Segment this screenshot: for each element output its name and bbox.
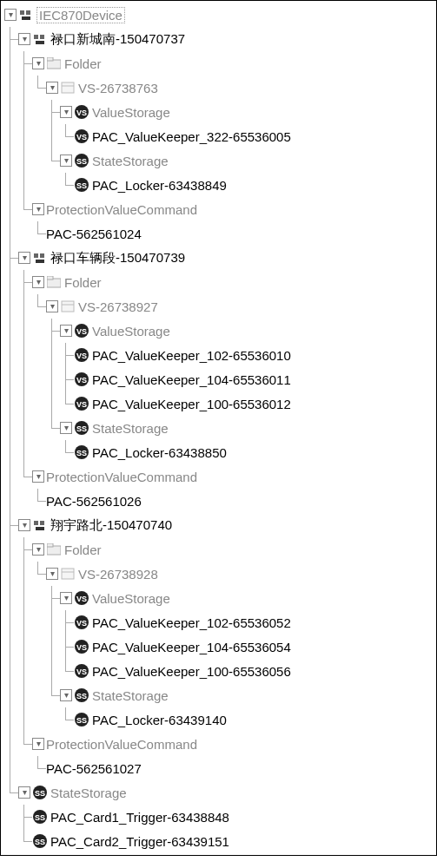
vs-node[interactable]: ▾VS-26738927 [4,294,433,319]
node-label[interactable]: ValueStorage [92,591,170,606]
node-label[interactable]: PAC_Card2_Trigger-63439151 [50,834,229,849]
vs-node[interactable]: ▾VS-26738763 [4,76,433,100]
node-label[interactable]: StateStorage [50,786,127,800]
node-label[interactable]: ProtectionValueCommand [46,737,197,752]
toggle-collapse[interactable]: ▾ [60,422,72,434]
station-node[interactable]: ▾禄口车辆段-150470739 [4,246,433,270]
node-label[interactable]: PAC_ValueKeeper_100-65536012 [92,397,291,411]
toggle-collapse[interactable]: ▾ [32,738,44,750]
state-storage-node[interactable]: ▾SSStateStorage [4,416,433,440]
toggle-collapse[interactable]: ▾ [46,568,58,580]
state-storage-node[interactable]: ▾SSStateStorage [4,683,433,707]
node-label[interactable]: Folder [64,56,102,71]
toggle-collapse[interactable]: ▾ [60,155,72,167]
locker-node[interactable]: SSPAC_Locker-63439140 [4,707,433,732]
root-device[interactable]: ▾IEC870Device [4,3,433,27]
node-label[interactable]: VS-26738927 [78,299,158,314]
ss-icon: SS [74,687,89,703]
svg-text:VS: VS [76,108,87,117]
node-label[interactable]: 禄口车辆段-150470739 [50,250,185,266]
toggle-collapse[interactable]: ▾ [18,786,30,799]
ss-icon: SS [74,153,89,168]
root-state-storage[interactable]: ▾SSStateStorage [4,780,433,805]
vs-icon: VS [74,104,89,120]
node-label[interactable]: PAC_Locker-63438849 [92,178,227,193]
pvc-node[interactable]: ▾ProtectionValueCommand [4,197,433,221]
toggle-collapse[interactable]: ▾ [32,543,44,556]
node-label[interactable]: 禄口新城南-150470737 [50,31,185,48]
node-label[interactable]: VS-26738763 [78,81,158,95]
vs-node[interactable]: ▾VS-26738928 [4,562,433,586]
pvc-node[interactable]: ▾ProtectionValueCommand [4,464,433,489]
node-label[interactable]: PAC-562561024 [46,227,142,241]
toggle-collapse[interactable]: ▾ [60,325,72,337]
pvc-node[interactable]: ▾ProtectionValueCommand [4,732,433,756]
toggle-collapse[interactable]: ▾ [46,300,58,312]
toggle-collapse[interactable]: ▾ [32,203,44,215]
svg-rect-20 [36,260,44,263]
node-label[interactable]: PAC_ValueKeeper_104-65536054 [92,640,291,654]
node-label[interactable]: PAC_ValueKeeper_104-65536011 [92,372,291,387]
svg-text:SS: SS [35,838,45,846]
locker-node[interactable]: SSPAC_Locker-63438849 [4,173,433,197]
station-node[interactable]: ▾禄口新城南-150470737 [4,27,433,51]
folder-node[interactable]: ▾Folder [4,537,433,562]
station-node[interactable]: ▾翔宇路北-150470740 [4,513,433,537]
value-keeper-node[interactable]: VSPAC_ValueKeeper_102-65536052 [4,610,433,635]
toggle-collapse[interactable]: ▾ [32,276,44,288]
folder-node[interactable]: ▾Folder [4,270,433,294]
node-label[interactable]: PAC_Locker-63438850 [92,445,227,460]
value-keeper-node[interactable]: VSPAC_ValueKeeper_102-65536010 [4,343,433,367]
toggle-collapse[interactable]: ▾ [60,689,72,701]
toggle-collapse[interactable]: ▾ [18,519,30,531]
value-storage-node[interactable]: ▾VSValueStorage [4,100,433,124]
toggle-collapse[interactable]: ▾ [18,252,30,264]
locker-node[interactable]: SSPAC_Locker-63438850 [4,440,433,464]
value-storage-node[interactable]: ▾VSValueStorage [4,319,433,343]
trigger-node[interactable]: SSPAC_Card2_Trigger-63439151 [4,829,433,853]
pac-node[interactable]: PAC-562561027 [4,756,433,780]
trigger-node[interactable]: SSPAC_Card1_Trigger-63438848 [4,805,433,829]
pac-node[interactable]: PAC-562561026 [4,489,433,513]
node-label[interactable]: PAC_ValueKeeper_102-65536052 [92,615,291,630]
node-label[interactable]: StateStorage [92,421,169,436]
pac-node[interactable]: PAC-562561024 [4,221,433,246]
node-label[interactable]: IEC870Device [36,7,125,23]
node-label[interactable]: ValueStorage [92,324,170,339]
toggle-collapse[interactable]: ▾ [32,470,44,483]
node-label[interactable]: Folder [64,542,102,557]
node-label[interactable]: ProtectionValueCommand [46,202,197,217]
toggle-collapse[interactable]: ▾ [32,57,44,69]
svg-text:VS: VS [76,376,87,385]
node-label[interactable]: ProtectionValueCommand [46,470,197,484]
value-keeper-node[interactable]: VSPAC_ValueKeeper_104-65536054 [4,635,433,659]
node-label[interactable]: StateStorage [92,688,169,703]
folder-node[interactable]: ▾Folder [4,51,433,76]
node-label[interactable]: VS-26738928 [78,567,158,582]
node-label[interactable]: 翔宇路北-150470740 [50,517,172,534]
node-label[interactable]: Folder [64,275,102,290]
toggle-collapse[interactable]: ▾ [18,33,30,45]
toggle-collapse[interactable]: ▾ [60,106,72,118]
value-keeper-node[interactable]: VSPAC_ValueKeeper_104-65536011 [4,367,433,391]
toggle-collapse[interactable]: ▾ [4,9,17,21]
state-storage-node[interactable]: ▾SSStateStorage [4,148,433,173]
toggle-collapse[interactable]: ▾ [60,592,72,604]
value-keeper-node[interactable]: VSPAC_ValueKeeper_322-65536005 [4,124,433,148]
node-label[interactable]: PAC_Card1_Trigger-63438848 [50,810,229,825]
node-label[interactable]: PAC-562561027 [46,761,142,776]
vs-icon: VS [74,323,89,339]
node-label[interactable]: PAC_ValueKeeper_102-65536010 [92,348,291,363]
node-label[interactable]: PAC_ValueKeeper_100-65536056 [92,664,291,679]
value-keeper-node[interactable]: VSPAC_ValueKeeper_100-65536056 [4,659,433,683]
value-storage-node[interactable]: ▾VSValueStorage [4,586,433,610]
node-label[interactable]: PAC_Locker-63439140 [92,713,227,727]
node-label[interactable]: StateStorage [92,154,169,168]
node-label[interactable]: PAC-562561026 [46,494,142,509]
toggle-collapse[interactable]: ▾ [46,82,58,94]
device-icon [32,31,48,47]
ss-icon: SS [74,177,89,193]
node-label[interactable]: PAC_ValueKeeper_322-65536005 [92,129,291,144]
node-label[interactable]: ValueStorage [92,105,170,120]
value-keeper-node[interactable]: VSPAC_ValueKeeper_100-65536012 [4,391,433,416]
